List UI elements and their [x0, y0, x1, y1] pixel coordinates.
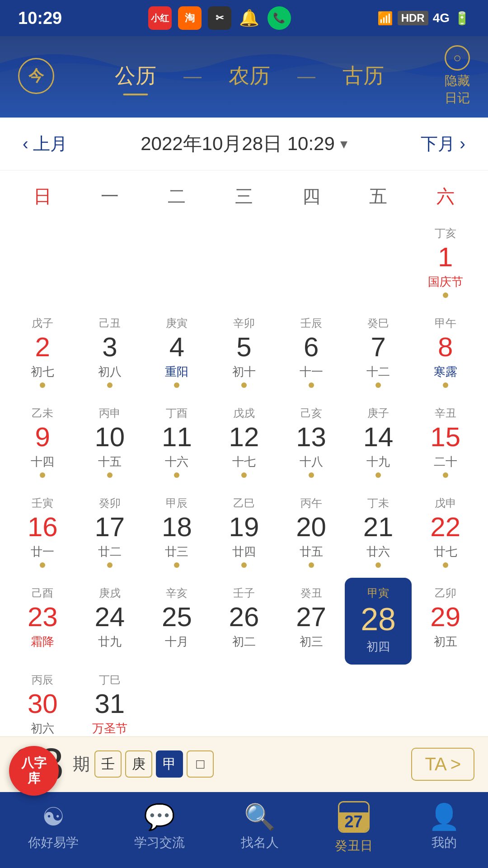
big-date-row: 28 期 壬 庚 甲 □ TA >: [0, 736, 488, 796]
ta-text: TA: [425, 754, 446, 774]
day-cell-31[interactable]: 丁巳 31 万圣节: [76, 665, 144, 746]
day-cell-24[interactable]: 庚戌 24 廿九: [76, 578, 144, 665]
nav-item-calendar[interactable]: 27 癸丑日: [335, 801, 373, 854]
status-time: 10:29: [18, 9, 62, 28]
weekday-tue: 二: [143, 179, 211, 213]
month-dropdown-icon: ▾: [340, 135, 347, 152]
calendar-icon-box: 27: [338, 801, 370, 833]
day-cell-16[interactable]: 壬寅 16 廿一: [9, 488, 76, 578]
weekday-sun: 日: [9, 179, 76, 213]
today-button[interactable]: 今: [18, 58, 54, 94]
day-cell-19[interactable]: 乙巳 19 廿四: [211, 488, 278, 578]
bell-icon: 🔔: [238, 6, 261, 30]
weekday-mon: 一: [76, 179, 144, 213]
day-cell-30[interactable]: 丙辰 30 初六: [9, 665, 76, 746]
ganzhi-hour: □: [187, 750, 214, 778]
weekday-thu: 四: [277, 179, 345, 213]
yijue-label: 你好易学: [28, 834, 79, 851]
bazi-float-button[interactable]: 八字 库: [9, 746, 59, 796]
day-empty-row6-7: [412, 665, 479, 746]
day-cell-28[interactable]: 甲寅 28 初四: [345, 578, 412, 665]
day-cell-15[interactable]: 辛丑 15 二十: [412, 398, 479, 488]
weekday-wed: 三: [211, 179, 278, 213]
tab-separator-1: —: [183, 66, 202, 86]
ta-area[interactable]: TA >: [411, 748, 474, 781]
header-nav: 今 公历 — 农历 — 古历 隐藏日记: [18, 45, 470, 118]
day-empty-row6-5: [277, 665, 345, 746]
exchange-icon: 💬: [144, 804, 175, 830]
nav-item-search[interactable]: 🔍 找名人: [241, 804, 279, 851]
big-date-period: 期: [73, 753, 90, 776]
calendar: 日 一 二 三 四 五 六 丁亥 1 国庆节 戊子 2 初七 己丑 3: [0, 170, 488, 746]
exchange-label: 学习交流: [134, 834, 185, 851]
day-empty-5: [277, 218, 345, 308]
search-label: 找名人: [241, 834, 279, 851]
day-empty-3: [143, 218, 211, 308]
day-cell-23[interactable]: 己酉 23 霜降: [9, 578, 76, 665]
month-title[interactable]: 2022年10月28日 10:29 ▾: [141, 131, 347, 156]
day-1-sub: 国庆节: [428, 274, 463, 290]
ganzhi-day: 甲: [156, 750, 183, 778]
day-cell-21[interactable]: 丁未 21 廿六: [345, 488, 412, 578]
calendar-icon-top: [339, 802, 368, 812]
day-cell-5[interactable]: 辛卯 5 初十: [211, 308, 278, 398]
signal-icon: 4G: [433, 11, 450, 25]
day-cell-10[interactable]: 丙申 10 十五: [76, 398, 144, 488]
battery-icon: 🔋: [454, 11, 470, 26]
day-cell-7[interactable]: 癸巳 7 十二: [345, 308, 412, 398]
nav-item-exchange[interactable]: 💬 学习交流: [134, 804, 185, 851]
day-cell-17[interactable]: 癸卯 17 廿二: [76, 488, 144, 578]
bottom-nav: ☯ 你好易学 💬 学习交流 🔍 找名人 27 癸丑日 👤 我的: [0, 792, 488, 868]
day-cell-2[interactable]: 戊子 2 初七: [9, 308, 76, 398]
day-cell-8[interactable]: 甲午 8 寒露: [412, 308, 479, 398]
cut-icon: ✂: [208, 6, 231, 30]
day-cell-29[interactable]: 乙卯 29 初五: [412, 578, 479, 665]
nav-tabs: 公历 — 农历 — 古历: [115, 62, 384, 90]
day-empty-row6-3: [143, 665, 211, 746]
day-cell-11[interactable]: 丁酉 11 十六: [143, 398, 211, 488]
day-cell-25[interactable]: 辛亥 25 十月: [143, 578, 211, 665]
tab-lunar-gregorian[interactable]: 公历: [115, 62, 156, 90]
xiaohongshu-icon: 小红: [148, 6, 172, 30]
day-cell-26[interactable]: 壬子 26 初二: [211, 578, 278, 665]
day-1-dot: [443, 292, 448, 298]
profile-icon: 👤: [428, 804, 460, 830]
next-month-button[interactable]: 下月 ›: [421, 132, 465, 156]
calendar-icon-num: 27: [339, 812, 368, 831]
weekday-fri: 五: [345, 179, 412, 213]
day-cell-4[interactable]: 庚寅 4 重阳: [143, 308, 211, 398]
hide-diary-icon: [445, 45, 470, 71]
day-1-number: 1: [438, 242, 453, 272]
day-empty-row6-4: [211, 665, 278, 746]
status-system-icons: 📶 HDR 4G 🔋: [377, 11, 470, 26]
ganzhi-items: 壬 庚 甲 □: [94, 750, 214, 778]
search-icon: 🔍: [244, 804, 276, 830]
day-cell-27[interactable]: 癸丑 27 初三: [277, 578, 345, 665]
day-cell-6[interactable]: 壬辰 6 十一: [277, 308, 345, 398]
day-cell-3[interactable]: 己丑 3 初八: [76, 308, 144, 398]
nav-item-profile[interactable]: 👤 我的: [428, 804, 460, 851]
wifi-icon: 📶: [377, 11, 393, 26]
day-empty-2: [76, 218, 144, 308]
day-cell-13[interactable]: 己亥 13 十八: [277, 398, 345, 488]
day-cell-9[interactable]: 乙未 9 十四: [9, 398, 76, 488]
tab-lunar[interactable]: 农历: [229, 62, 270, 90]
day-cell-14[interactable]: 庚子 14 十九: [345, 398, 412, 488]
day-cell-18[interactable]: 甲辰 18 廿三: [143, 488, 211, 578]
day-cell-22[interactable]: 戊申 22 廿七: [412, 488, 479, 578]
taobao-icon: 淘: [178, 6, 202, 30]
phone-icon: 📞: [267, 6, 291, 30]
day-empty-6: [345, 218, 412, 308]
hide-diary-button[interactable]: 隐藏日记: [445, 45, 470, 107]
nav-item-yijue[interactable]: ☯ 你好易学: [28, 804, 79, 851]
day-cell-1[interactable]: 丁亥 1 国庆节: [412, 218, 479, 308]
profile-label: 我的: [432, 834, 457, 851]
tab-ancient[interactable]: 古历: [343, 62, 384, 90]
prev-month-button[interactable]: ‹ 上月: [23, 132, 67, 156]
calendar-label: 癸丑日: [335, 837, 373, 854]
ta-arrow: >: [450, 754, 461, 774]
month-nav: ‹ 上月 2022年10月28日 10:29 ▾ 下月 ›: [0, 118, 488, 170]
weekday-sat: 六: [412, 179, 479, 213]
day-cell-12[interactable]: 戊戌 12 十七: [211, 398, 278, 488]
day-cell-20[interactable]: 丙午 20 廿五: [277, 488, 345, 578]
